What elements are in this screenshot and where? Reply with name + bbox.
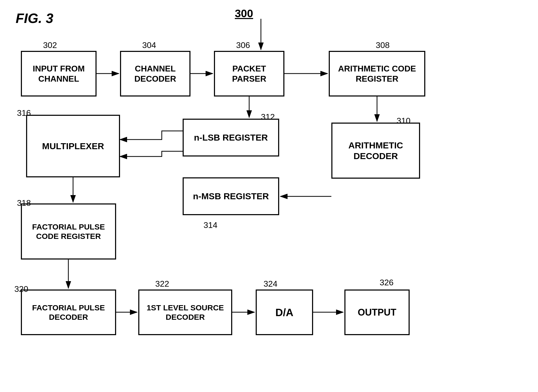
ref-322: 322	[155, 279, 169, 289]
first-level-source-decoder-block: 1ST LEVEL SOURCE DECODER	[138, 290, 232, 335]
ref-324: 324	[264, 279, 277, 289]
arithmetic-code-register-block: ARITHMETIC CODE REGISTER	[329, 51, 425, 97]
ref-320: 320	[14, 284, 28, 294]
factorial-pulse-decoder-block: FACTORIAL PULSE DECODER	[21, 290, 116, 335]
channel-decoder-block: CHANNEL DECODER	[120, 51, 190, 97]
ref-316: 316	[17, 108, 31, 118]
multiplexer-block: MULTIPLEXER	[26, 115, 120, 177]
top-ref: 300	[235, 7, 253, 20]
nlsb-register-block: n-LSB REGISTER	[183, 119, 279, 156]
packet-parser-block: PACKET PARSER	[214, 51, 284, 97]
arithmetic-decoder-block: ARITHMETIC DECODER	[331, 123, 420, 179]
figure-label: FIG. 3	[16, 10, 53, 26]
input-from-channel-block: INPUT FROM CHANNEL	[21, 51, 97, 97]
ref-306: 306	[236, 40, 250, 50]
output-block: OUTPUT	[344, 290, 410, 335]
factorial-pulse-code-register-block: FACTORIAL PULSE CODE REGISTER	[21, 203, 116, 260]
ref-308: 308	[376, 40, 390, 50]
da-block: D/A	[256, 290, 313, 335]
ref-312: 312	[261, 112, 275, 122]
ref-302: 302	[43, 40, 57, 50]
ref-304: 304	[142, 40, 156, 50]
ref-318: 318	[17, 198, 31, 208]
ref-326: 326	[380, 278, 393, 287]
ref-314: 314	[204, 220, 217, 230]
nmsb-register-block: n-MSB REGISTER	[183, 177, 279, 215]
ref-310: 310	[397, 116, 410, 126]
